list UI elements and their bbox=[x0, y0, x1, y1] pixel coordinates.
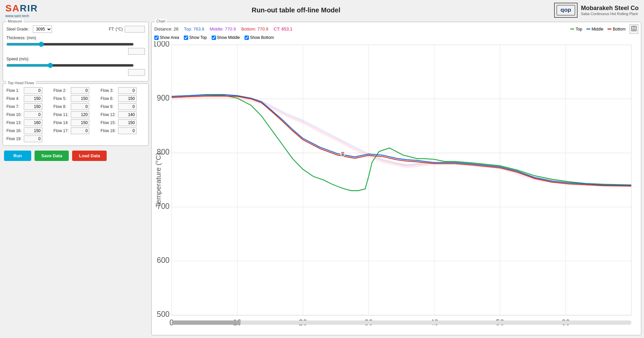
distance-value: 26 bbox=[174, 26, 178, 32]
flow-input-14[interactable] bbox=[71, 119, 89, 126]
speed-label: Speed (m/s): bbox=[6, 57, 145, 61]
flow-label-17: Flow 17: bbox=[53, 128, 69, 133]
chart-area: 1000 900 800 700 600 500 0 10 20 30 40 5… bbox=[154, 41, 638, 333]
show-bottom-checkbox[interactable]: Show Bottom bbox=[245, 35, 274, 40]
flow-input-6[interactable] bbox=[118, 95, 137, 102]
chart-checkboxes: Show Area Show Top Show Middle Show Bott… bbox=[154, 35, 638, 40]
flow-label-5: Flow 5: bbox=[53, 96, 69, 101]
flow-item-18: Flow 18: bbox=[101, 127, 145, 134]
buttons-row: Run Save Data Load Data bbox=[3, 148, 149, 164]
svg-text:Temperature (°C): Temperature (°C) bbox=[154, 153, 162, 207]
flow-input-19[interactable] bbox=[24, 135, 42, 142]
thickness-slider[interactable] bbox=[6, 42, 134, 47]
flow-item-16: Flow 16: bbox=[6, 127, 51, 134]
chart-panel: Chart Distance: 26 Top: 763.8 Middle: 77… bbox=[151, 22, 641, 335]
flow-input-7[interactable] bbox=[24, 103, 42, 110]
flow-input-3[interactable] bbox=[118, 87, 137, 94]
svg-rect-3 bbox=[633, 26, 635, 28]
svg-text:1000: 1000 bbox=[154, 41, 169, 48]
ft-label: FT: (°C) bbox=[109, 27, 123, 32]
show-top-checkbox[interactable]: Show Top bbox=[184, 35, 207, 40]
flow-input-9[interactable] bbox=[118, 103, 137, 110]
flow-item-12: Flow 12: bbox=[101, 111, 145, 118]
measure-panel: Measure Steel Grade: 3095 FT: (°C) 900 T… bbox=[3, 22, 149, 81]
svg-text:qop: qop bbox=[560, 6, 571, 13]
flow-label-8: Flow 8: bbox=[53, 104, 69, 109]
flow-input-5[interactable] bbox=[71, 95, 89, 102]
page-title: Run-out table off-line Model bbox=[252, 6, 340, 14]
legend-top: Top bbox=[570, 27, 582, 32]
flow-item-9: Flow 9: bbox=[101, 103, 145, 110]
svg-point-38 bbox=[341, 153, 344, 157]
load-data-button[interactable]: Load Data bbox=[72, 151, 107, 161]
flows-grid: Flow 1:Flow 2:Flow 3:Flow 4:Flow 5:Flow … bbox=[6, 87, 145, 142]
flow-input-11[interactable] bbox=[71, 111, 89, 118]
company-name-main: Mobarakeh Steel Co bbox=[581, 5, 639, 12]
flow-item-14: Flow 14: bbox=[53, 119, 98, 126]
flow-item-7: Flow 7: bbox=[6, 103, 51, 110]
flow-label-2: Flow 2: bbox=[53, 88, 69, 93]
flow-item-1: Flow 1: bbox=[6, 87, 51, 94]
flow-label-6: Flow 6: bbox=[101, 96, 117, 101]
stat-distance: Distance: 26 bbox=[154, 26, 178, 32]
chart-header: Distance: 26 Top: 763.8 Middle: 770.9 Bo… bbox=[154, 24, 638, 34]
flow-item-3: Flow 3: bbox=[101, 87, 145, 94]
flow-label-15: Flow 15: bbox=[101, 120, 117, 125]
flows-label: Top Head Flows bbox=[6, 81, 36, 85]
chart-svg: 1000 900 800 700 600 500 0 10 20 30 40 5… bbox=[154, 41, 638, 333]
flow-label-11: Flow 11: bbox=[53, 112, 69, 117]
flow-item-5: Flow 5: bbox=[53, 95, 98, 102]
flow-label-4: Flow 4: bbox=[6, 96, 22, 101]
flow-item-13: Flow 13: bbox=[6, 119, 51, 126]
flow-input-18[interactable] bbox=[118, 127, 137, 134]
svg-rect-4 bbox=[632, 29, 636, 30]
flow-input-1[interactable] bbox=[24, 87, 42, 94]
run-button[interactable]: Run bbox=[4, 151, 31, 161]
company-logo: qop Mobarakeh Steel Co Saba Continuous H… bbox=[554, 3, 639, 18]
svg-text:900: 900 bbox=[157, 94, 170, 102]
flow-item-2: Flow 2: bbox=[53, 87, 98, 94]
chart-stats: Distance: 26 Top: 763.8 Middle: 770.9 Bo… bbox=[154, 26, 292, 32]
svg-rect-6 bbox=[172, 45, 632, 315]
save-data-button[interactable]: Save Data bbox=[35, 151, 69, 161]
flow-label-13: Flow 13: bbox=[6, 120, 22, 125]
logo-url: www.sarir.tech bbox=[5, 14, 38, 18]
flow-input-16[interactable] bbox=[24, 127, 42, 134]
stat-middle: Middle: 770.9 bbox=[210, 26, 236, 32]
flow-input-4[interactable] bbox=[24, 95, 42, 102]
thickness-label: Thickness: (mm) bbox=[6, 36, 145, 40]
flow-label-16: Flow 16: bbox=[6, 128, 22, 133]
flow-label-3: Flow 3: bbox=[101, 88, 117, 93]
flow-label-19: Flow 19: bbox=[6, 136, 22, 141]
svg-rect-40 bbox=[172, 321, 241, 325]
logo-sarir: SARIR bbox=[5, 3, 38, 14]
steel-grade-select[interactable]: 3095 bbox=[33, 25, 52, 33]
stat-top: Top: 763.8 bbox=[184, 26, 204, 32]
legend-middle: Middle bbox=[586, 27, 603, 32]
svg-text:500: 500 bbox=[157, 310, 170, 319]
flow-label-1: Flow 1: bbox=[6, 88, 22, 93]
flow-item-4: Flow 4: bbox=[6, 95, 51, 102]
speed-value[interactable]: 3.38 bbox=[128, 69, 145, 76]
flow-input-10[interactable] bbox=[24, 111, 42, 118]
flow-input-17[interactable] bbox=[71, 127, 89, 134]
flows-panel: Top Head Flows Flow 1:Flow 2:Flow 3:Flow… bbox=[3, 83, 149, 146]
ft-input[interactable]: 900 bbox=[125, 26, 145, 33]
logo: SARIR www.sarir.tech bbox=[5, 3, 38, 18]
flow-item-11: Flow 11: bbox=[53, 111, 98, 118]
show-middle-checkbox[interactable]: Show Middle bbox=[212, 35, 240, 40]
flow-label-18: Flow 18: bbox=[101, 128, 117, 133]
speed-slider[interactable] bbox=[6, 63, 134, 68]
flow-input-13[interactable] bbox=[24, 119, 42, 126]
flow-input-8[interactable] bbox=[71, 103, 89, 110]
flow-input-15[interactable] bbox=[118, 119, 137, 126]
flow-label-7: Flow 7: bbox=[6, 104, 22, 109]
flow-item-8: Flow 8: bbox=[53, 103, 98, 110]
flow-input-12[interactable] bbox=[118, 111, 137, 118]
thickness-value[interactable]: 6 bbox=[128, 48, 145, 55]
steel-grade-label: Steel Grade: bbox=[6, 27, 29, 32]
flow-input-2[interactable] bbox=[71, 87, 89, 94]
save-chart-button[interactable] bbox=[630, 24, 638, 34]
show-area-checkbox[interactable]: Show Area bbox=[154, 35, 179, 40]
company-name-sub: Saba Continuous Hot Rolling Plant bbox=[581, 12, 639, 16]
